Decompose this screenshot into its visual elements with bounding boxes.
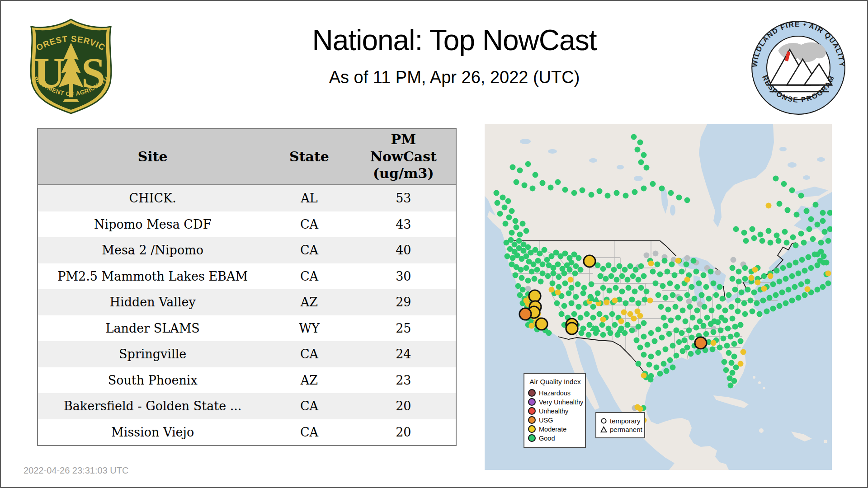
monitor-dot-good xyxy=(612,322,618,328)
monitor-dot-good xyxy=(573,294,579,300)
monitor-dot-good xyxy=(686,328,692,333)
monitor-dot-good xyxy=(608,330,613,336)
monitor-dot-good xyxy=(540,262,546,267)
monitor-dot-good xyxy=(720,296,726,302)
monitor-dot-good xyxy=(725,326,731,332)
table-cell-pm: 20 xyxy=(351,393,456,419)
monitor-dot-good xyxy=(578,315,584,321)
monitor-dot-good xyxy=(581,285,587,291)
monitor-dot-good xyxy=(600,332,606,338)
monitor-dot-good xyxy=(619,289,625,295)
monitor-dot-moderate xyxy=(549,287,555,293)
monitor-dot-good xyxy=(629,328,635,333)
monitor-dot-good xyxy=(826,281,831,286)
monitor-dot-good xyxy=(638,160,644,165)
marker-shape-item: permanent xyxy=(600,426,642,433)
aqi-legend-label: Hazardous xyxy=(539,389,571,397)
monitor-dot-good xyxy=(736,269,742,275)
monitor-dot-nodata xyxy=(525,286,531,292)
monitor-dot-good xyxy=(806,254,811,260)
monitor-dot-good xyxy=(745,287,751,293)
aqi-legend-item: Hazardous xyxy=(528,389,582,397)
monitor-dot-good xyxy=(683,319,689,324)
monitor-dot-good xyxy=(641,273,647,279)
monitor-dot-good xyxy=(736,279,742,285)
monitor-dot-good xyxy=(614,190,620,196)
monitor-temporary-site-moderate xyxy=(529,290,541,302)
monitor-dot-moderate xyxy=(768,273,774,279)
monitor-dot-good xyxy=(677,296,683,302)
monitor-dot-good xyxy=(826,238,831,244)
aqi-legend-item: Good xyxy=(528,434,582,442)
monitor-dot-moderate xyxy=(600,317,606,323)
monitor-dot-good xyxy=(609,311,615,317)
aqi-legend-label: Moderate xyxy=(539,426,566,433)
monitor-dot-good xyxy=(575,282,581,287)
monitor-dot-good xyxy=(509,208,515,214)
monitor-dot-moderate xyxy=(529,323,535,329)
aqi-legend-label: Very Unhealthy xyxy=(539,399,583,406)
monitor-dot-good xyxy=(770,282,776,287)
monitor-dot-good xyxy=(742,276,748,282)
monitor-dot-good xyxy=(768,240,774,246)
monitor-dot-good xyxy=(580,188,585,193)
table-cell-state: AZ xyxy=(267,367,351,394)
monitor-dot-good xyxy=(589,192,594,198)
aqi-level-dot-icon xyxy=(528,407,536,415)
monitor-dot-moderate xyxy=(641,373,647,379)
monitor-dot-good xyxy=(722,308,728,314)
monitor-dot-good xyxy=(636,277,642,283)
marker-shape-item: temporary xyxy=(600,417,642,425)
monitor-dot-good xyxy=(642,297,648,303)
monitor-dot-good xyxy=(538,279,544,285)
monitor-dot-good xyxy=(704,315,710,321)
monitor-dot-good xyxy=(722,318,728,324)
monitor-dot-good xyxy=(808,265,814,271)
top-nowcast-table: Site State PM NowCast (ug/m3) CHICK.AL53… xyxy=(37,128,457,446)
monitor-dot-good xyxy=(599,322,605,328)
monitor-dot-good xyxy=(689,284,695,290)
monitor-dot-good xyxy=(675,315,681,321)
monitor-dot-good xyxy=(674,328,679,333)
monitor-dot-good xyxy=(555,179,561,185)
monitor-dot-good xyxy=(495,200,500,206)
monitor-dot-good xyxy=(517,232,523,238)
monitor-dot-good xyxy=(818,249,824,255)
monitor-dot-good xyxy=(545,273,551,279)
table-cell-pm: 40 xyxy=(351,237,456,263)
table-cell-pm: 25 xyxy=(351,315,456,342)
monitor-dot-good xyxy=(724,343,730,349)
monitor-dot-good xyxy=(638,285,644,291)
monitor-dot-nodata xyxy=(644,253,650,258)
monitor-dot-good xyxy=(648,377,654,383)
monitor-dot-good xyxy=(519,275,525,281)
monitor-dot-good xyxy=(783,276,789,282)
monitor-dot-good xyxy=(589,282,594,287)
monitor-dot-good xyxy=(715,319,721,325)
monitor-dot-good xyxy=(799,257,805,263)
wfaqrp-logo: WILDLAND FIRE • AIR QUALITY RESPONSE PRO… xyxy=(750,20,846,116)
monitor-dot-moderate xyxy=(684,277,690,283)
monitor-dot-good xyxy=(497,211,503,217)
monitor-dot-moderate xyxy=(524,298,529,304)
table-cell-state: WY xyxy=(267,315,351,342)
monitor-dot-good xyxy=(673,304,679,310)
monitor-dot-good xyxy=(696,281,702,286)
monitor-dot-good xyxy=(606,263,612,268)
monitor-dot-good xyxy=(689,335,695,341)
monitor-dot-good xyxy=(776,238,782,244)
monitor-dot-good xyxy=(676,195,682,201)
monitor-dot-good xyxy=(659,335,665,341)
monitor-dot-good xyxy=(668,318,674,324)
monitor-dot-good xyxy=(584,311,590,317)
monitor-dot-good xyxy=(782,229,788,235)
monitor-dot-good xyxy=(676,339,682,345)
table-cell-state: CA xyxy=(267,263,351,290)
monitor-dot-good xyxy=(546,330,552,336)
table-row: PM2.5 Mammoth Lakes EBAMCA30 xyxy=(38,263,456,290)
monitor-dot-good xyxy=(617,263,623,269)
table-row: South PhoenixAZ23 xyxy=(38,367,456,394)
monitor-dot-moderate xyxy=(755,280,761,286)
monitor-dot-good xyxy=(571,311,577,317)
monitor-dot-good xyxy=(699,292,705,298)
